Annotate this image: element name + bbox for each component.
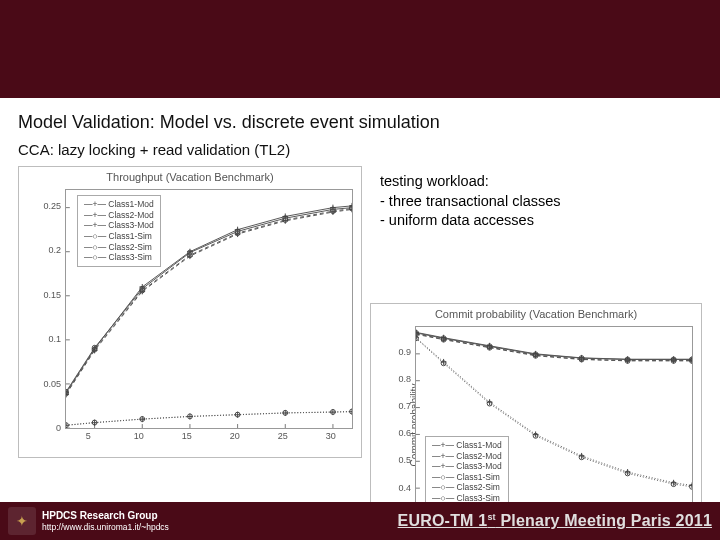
x-tick-label: 20 [230,431,240,441]
footer-band: ✦ HPDCS Research Group http://www.dis.un… [0,502,720,540]
legend-item: —+— Class1-Mod [432,440,502,451]
y-tick-label: 0.8 [381,374,411,384]
legend-item: —+— Class3-Mod [432,461,502,472]
x-tick-label: 25 [278,431,288,441]
y-tick-label: 0.9 [381,347,411,357]
legend-item: —○— Class1-Sim [432,472,502,483]
group-name: HPDCS Research Group [42,510,169,522]
legend-item: —○— Class2-Sim [84,242,154,253]
x-tick-label: 15 [182,431,192,441]
title-band [0,0,720,98]
y-tick-label: 0.2 [31,245,61,255]
legend-left: —+— Class1-Mod—+— Class2-Mod—+— Class3-M… [77,195,161,267]
workload-line: - three transactional classes [380,192,650,212]
event-title: EURO-TM 1st Plenary Meeting Paris 2011 [398,512,712,530]
y-tick-label: 0.4 [381,483,411,493]
legend-item: —+— Class2-Mod [432,451,502,462]
logo-icon: ✦ [8,507,36,535]
y-tick-label: 0.5 [381,455,411,465]
legend-item: —○— Class3-Sim [84,252,154,263]
legend-item: —+— Class3-Mod [84,220,154,231]
page-title: Model Validation: Model vs. discrete eve… [18,112,702,133]
footer-left: ✦ HPDCS Research Group http://www.dis.un… [8,507,169,535]
x-tick-label: 10 [134,431,144,441]
group-url: http://www.dis.uniroma1.it/~hpdcs [42,522,169,532]
x-tick-label: 5 [86,431,91,441]
page-subtitle: CCA: lazy locking + read validation (TL2… [18,141,702,158]
y-tick-label: 0.05 [31,379,61,389]
throughput-chart: Throughput (Vacation Benchmark) Transact… [18,166,362,458]
y-tick-label: 0.25 [31,201,61,211]
legend-item: —+— Class2-Mod [84,210,154,221]
legend-item: —○— Class2-Sim [432,482,502,493]
workload-line: - uniform data accesses [380,211,650,231]
chart-title-left: Throughput (Vacation Benchmark) [19,167,361,183]
y-tick-label: 0.1 [31,334,61,344]
legend-right: —+— Class1-Mod—+— Class2-Mod—+— Class3-M… [425,436,509,508]
workload-description: testing workload: - three transactional … [380,172,650,231]
chart-title-right: Commit probability (Vacation Benchmark) [371,304,701,320]
main-content: Model Validation: Model vs. discrete eve… [0,98,720,540]
y-tick-label: 0.6 [381,428,411,438]
y-tick-label: 0 [31,423,61,433]
x-tick-label: 30 [326,431,336,441]
legend-item: —○— Class1-Sim [84,231,154,242]
workload-line: testing workload: [380,172,650,192]
y-tick-label: 0.7 [381,401,411,411]
legend-item: —+— Class1-Mod [84,199,154,210]
y-tick-label: 0.15 [31,290,61,300]
